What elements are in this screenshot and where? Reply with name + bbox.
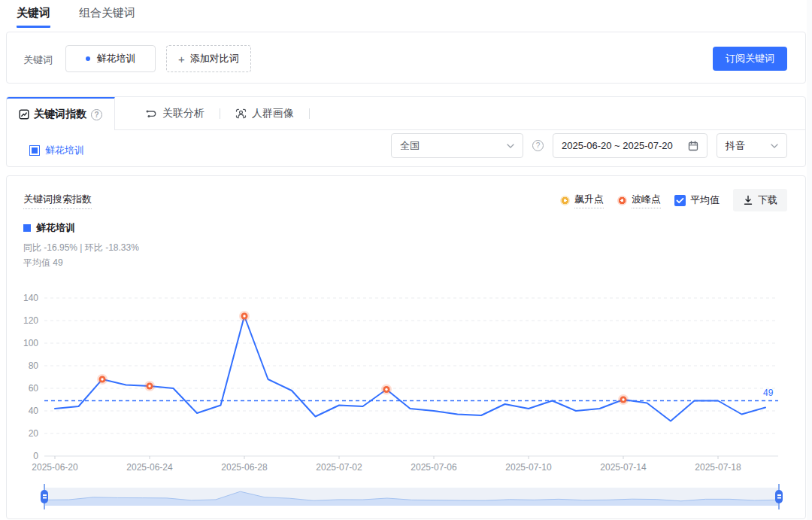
svg-text:140: 140 xyxy=(23,293,38,303)
tab-separator xyxy=(220,108,220,119)
tab-keyword-index[interactable]: 关键词指数 ? xyxy=(7,97,115,130)
series-name-row: 鲜花培训 xyxy=(23,221,139,235)
svg-text:120: 120 xyxy=(23,315,38,326)
svg-text:2025-07-10: 2025-07-10 xyxy=(505,462,552,473)
series-info: 鲜花培训 同比 -16.95% | 环比 -18.33% 平均值 49 xyxy=(23,221,139,270)
region-select-value: 全国 xyxy=(400,139,420,153)
analysis-tab-row: 关键词指数 ? 关联分析 xyxy=(7,97,805,130)
region-select[interactable]: 全国 xyxy=(391,133,523,158)
chevron-down-icon xyxy=(507,144,514,148)
surge-point-icon xyxy=(560,196,570,205)
svg-text:80: 80 xyxy=(29,360,39,371)
series-toggle-flower-training[interactable]: 鲜花培训 xyxy=(29,144,84,157)
calendar-icon xyxy=(688,141,698,151)
datazoom-brush[interactable] xyxy=(44,488,779,506)
average-value-label: 49 xyxy=(763,388,774,398)
svg-text:20: 20 xyxy=(29,428,39,439)
platform-select[interactable]: 抖音 xyxy=(717,133,787,158)
subscribe-keyword-button[interactable]: 订阅关键词 xyxy=(713,47,787,71)
brush-handle-right[interactable] xyxy=(775,484,783,509)
tab-keyword-index-label: 关键词指数 xyxy=(34,108,86,121)
svg-text:2025-06-28: 2025-06-28 xyxy=(221,462,268,473)
keyword-filter-panel: 关键词 鲜花培训 + 添加对比词 订阅关键词 xyxy=(6,32,806,84)
series-average-text: 平均值 49 xyxy=(23,255,139,270)
keyword-chip[interactable]: 鲜花培训 xyxy=(65,45,156,72)
download-icon xyxy=(743,195,753,205)
platform-select-value: 抖音 xyxy=(726,139,745,153)
datazoom-preview-area xyxy=(44,488,779,506)
series-color-dot xyxy=(86,56,90,61)
date-range-value: 2025-06-20 ~ 2025-07-20 xyxy=(562,140,673,151)
svg-text:0: 0 xyxy=(33,451,38,461)
brush-handle-left[interactable] xyxy=(41,484,48,509)
average-line: 49 xyxy=(44,388,778,401)
peak-point-icon xyxy=(617,196,627,205)
chart-title: 关键词搜索指数 xyxy=(23,193,92,209)
page-right-gutter xyxy=(807,0,812,520)
brush-handle-knob xyxy=(775,490,783,503)
series-toggle-label: 鲜花培训 xyxy=(45,144,84,157)
chart-controls: 全国 ? 2025-06-20 ~ 2025-07-20 抖音 xyxy=(391,133,787,158)
series-name: 鲜花培训 xyxy=(36,221,75,235)
series-stats: 同比 -16.95% | 环比 -18.33% 平均值 49 xyxy=(23,240,139,270)
chart-legend: 飙升点 波峰点 平均值 下载 xyxy=(560,189,787,211)
legend-peak-point[interactable]: 波峰点 xyxy=(617,193,661,208)
tab-separator xyxy=(309,108,310,119)
legend-average-label: 平均值 xyxy=(690,193,720,207)
svg-text:2025-07-14: 2025-07-14 xyxy=(600,462,647,473)
svg-text:2025-07-06: 2025-07-06 xyxy=(411,462,457,473)
tab-keyword[interactable]: 关键词 xyxy=(17,6,50,28)
svg-text:2025-06-24: 2025-06-24 xyxy=(126,462,173,473)
series-checkbox xyxy=(29,145,40,156)
tab-combined-keyword[interactable]: 组合关键词 xyxy=(79,6,135,28)
legend-peak-label: 波峰点 xyxy=(632,193,661,208)
trend-chart-icon xyxy=(19,109,29,120)
add-compare-word-button[interactable]: + 添加对比词 xyxy=(166,45,251,72)
search-index-line-chart[interactable]: 0204060801001201402025-06-202025-06-2420… xyxy=(7,285,805,475)
search-index-chart-panel: 关键词搜索指数 飙升点 波峰点 平均值 xyxy=(6,175,806,519)
top-tab-bar: 关键词 组合关键词 xyxy=(17,6,135,28)
add-compare-word-label: 添加对比词 xyxy=(190,52,239,65)
check-icon xyxy=(676,197,684,204)
plus-icon: + xyxy=(178,53,185,65)
gridlines xyxy=(44,298,778,459)
tab-audience-portrait[interactable]: 人群画像 xyxy=(235,107,294,120)
svg-text:2025-07-18: 2025-07-18 xyxy=(695,462,741,473)
svg-text:100: 100 xyxy=(23,338,38,348)
inactive-tabs: 关联分析 人群画像 xyxy=(145,97,310,129)
keyword-index-page: 关键词 组合关键词 关键词 鲜花培训 + 添加对比词 订阅关键词 关键词指数 ? xyxy=(0,0,812,520)
tab-relation-analysis[interactable]: 关联分析 xyxy=(145,107,205,120)
axis-labels: 0204060801001201402025-06-202025-06-2420… xyxy=(23,293,741,473)
tab-audience-portrait-label: 人群画像 xyxy=(252,107,294,120)
region-help-icon[interactable]: ? xyxy=(532,140,544,151)
legend-surge-point[interactable]: 飙升点 xyxy=(560,193,604,208)
chevron-down-icon xyxy=(771,144,778,148)
keyword-index-help-icon[interactable]: ? xyxy=(91,109,102,120)
download-label: 下载 xyxy=(758,193,777,207)
legend-surge-label: 飙升点 xyxy=(574,193,604,208)
keyword-chip-label: 鲜花培训 xyxy=(97,52,136,65)
brush-handle-knob xyxy=(41,490,48,503)
series-line xyxy=(55,316,765,421)
svg-text:60: 60 xyxy=(29,383,39,394)
svg-text:2025-07-02: 2025-07-02 xyxy=(316,462,362,473)
svg-text:40: 40 xyxy=(29,406,39,416)
average-toggle[interactable]: 平均值 xyxy=(674,193,720,207)
tab-relation-analysis-label: 关联分析 xyxy=(162,107,205,120)
peak-markers xyxy=(97,311,629,405)
date-range-picker[interactable]: 2025-06-20 ~ 2025-07-20 xyxy=(553,133,707,158)
series-swatch xyxy=(23,224,31,232)
series-yoy-text: 同比 -16.95% | 环比 -18.33% xyxy=(23,240,139,255)
relation-icon xyxy=(145,108,157,119)
analysis-tabs-panel: 关键词指数 ? 关联分析 xyxy=(6,96,806,167)
audience-icon xyxy=(235,108,247,119)
svg-text:2025-06-20: 2025-06-20 xyxy=(32,462,78,473)
download-button[interactable]: 下载 xyxy=(733,189,787,211)
keyword-filter-label: 关键词 xyxy=(23,53,53,67)
average-checkbox xyxy=(674,195,686,206)
